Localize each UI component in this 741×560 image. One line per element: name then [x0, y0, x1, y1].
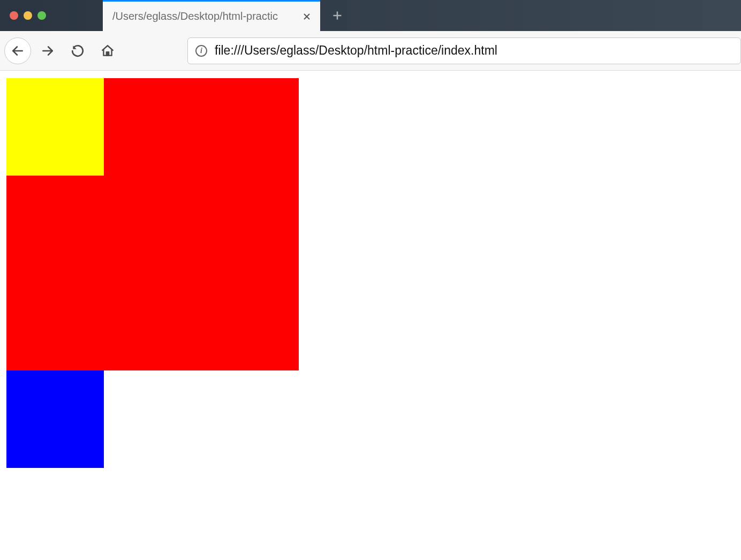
svg-rect-6: [107, 52, 109, 56]
titlebar: /Users/eglass/Desktop/html-practic: [0, 0, 741, 31]
blue-box: [6, 370, 104, 468]
home-button[interactable]: [94, 37, 121, 64]
window-close-button[interactable]: [10, 11, 18, 20]
forward-button[interactable]: [34, 37, 61, 64]
url-text: file:///Users/eglass/Desktop/html-practi…: [215, 43, 497, 58]
red-box: [6, 78, 299, 370]
reload-button[interactable]: [64, 37, 91, 64]
window-controls: [0, 11, 46, 20]
new-tab-button[interactable]: [329, 7, 345, 24]
address-bar[interactable]: i file:///Users/eglass/Desktop/html-prac…: [187, 37, 741, 64]
home-icon: [101, 44, 115, 58]
toolbar: i file:///Users/eglass/Desktop/html-prac…: [0, 31, 741, 71]
reload-icon: [71, 44, 85, 58]
site-info-icon[interactable]: i: [195, 45, 207, 57]
close-icon: [303, 12, 311, 21]
window-minimize-button[interactable]: [24, 11, 32, 20]
back-button[interactable]: [4, 37, 31, 64]
page-content: [0, 71, 741, 475]
browser-tab[interactable]: /Users/eglass/Desktop/html-practic: [103, 0, 320, 31]
tab-title: /Users/eglass/Desktop/html-practic: [112, 10, 297, 22]
plus-icon: [332, 10, 343, 21]
yellow-box: [6, 78, 104, 176]
window-maximize-button[interactable]: [37, 11, 46, 20]
close-tab-button[interactable]: [301, 11, 313, 22]
arrow-right-icon: [41, 44, 55, 58]
arrow-left-icon: [11, 44, 25, 58]
